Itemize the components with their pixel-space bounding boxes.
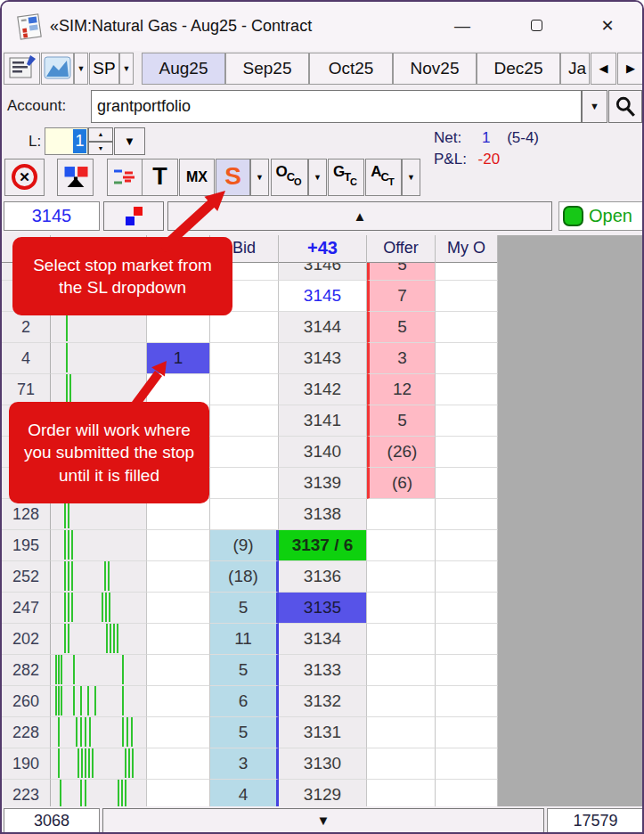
price-cell[interactable]: 3141 xyxy=(279,405,367,437)
maximize-button[interactable] xyxy=(521,12,551,39)
bid-cell[interactable] xyxy=(210,405,279,437)
tab-ja[interactable]: Ja xyxy=(560,53,590,85)
price-cell[interactable]: 3138 xyxy=(279,499,367,530)
bid-cell[interactable]: 5 xyxy=(210,655,279,686)
bid-cell[interactable]: 5 xyxy=(210,717,279,748)
price-cell[interactable]: 3130 xyxy=(279,748,367,780)
scroll-up-button[interactable]: ▲ xyxy=(167,201,552,231)
bid-cell[interactable]: (9) xyxy=(210,530,279,561)
price-cell[interactable]: 3134 xyxy=(279,624,367,655)
my-buy-order-cell[interactable] xyxy=(147,655,210,686)
scroll-down-button[interactable]: ▼ xyxy=(102,808,544,833)
minimize-button[interactable]: — xyxy=(447,12,477,39)
mx-button[interactable]: MX xyxy=(179,159,215,196)
price-cell[interactable]: 3143 xyxy=(279,343,367,374)
price-entry-box[interactable]: 3145 xyxy=(4,201,100,231)
price-cell[interactable]: 3146 xyxy=(279,263,367,281)
my-offer-order-cell[interactable] xyxy=(436,468,498,499)
my-buy-order-cell[interactable] xyxy=(147,780,210,806)
bid-cell[interactable] xyxy=(210,312,279,343)
tab-nov25[interactable]: Nov25 xyxy=(393,53,477,85)
price-cell[interactable]: 3135 xyxy=(279,593,367,624)
close-button[interactable]: ✕ xyxy=(592,12,623,39)
chart-button[interactable] xyxy=(41,53,74,85)
account-input[interactable] xyxy=(91,90,582,123)
my-offer-order-cell[interactable] xyxy=(436,312,498,343)
bid-cell[interactable] xyxy=(210,468,279,499)
my-buy-order-cell[interactable] xyxy=(147,561,210,593)
my-offer-order-cell[interactable] xyxy=(436,748,498,780)
price-cell[interactable]: 3144 xyxy=(279,312,367,343)
bid-cell[interactable]: 5 xyxy=(210,593,279,624)
bid-cell[interactable] xyxy=(210,374,279,405)
price-cell[interactable]: 3129 xyxy=(279,780,367,806)
my-buy-order-cell[interactable] xyxy=(147,374,210,405)
offer-cell[interactable]: 12 xyxy=(367,374,436,405)
price-cell[interactable]: 3132 xyxy=(279,686,367,717)
tab-aug25[interactable]: Aug25 xyxy=(142,53,225,85)
my-buy-order-cell[interactable] xyxy=(147,530,210,561)
my-offer-order-cell[interactable] xyxy=(436,655,498,686)
offer-cell[interactable] xyxy=(367,717,436,748)
properties-button[interactable] xyxy=(4,53,40,85)
account-search-button[interactable] xyxy=(608,90,642,123)
offer-cell[interactable]: 3 xyxy=(367,343,436,374)
bid-cell[interactable]: 3 xyxy=(210,748,279,780)
trailing-button[interactable]: T xyxy=(142,159,178,196)
price-cell[interactable]: 3136 xyxy=(279,561,367,593)
stop-type-button[interactable]: S xyxy=(216,159,250,196)
price-cell[interactable]: 3133 xyxy=(279,655,367,686)
bid-cell[interactable]: (18) xyxy=(210,561,279,593)
price-cell[interactable]: 3140 xyxy=(279,437,367,468)
price-cell[interactable]: 3131 xyxy=(279,717,367,748)
my-buy-order-cell[interactable] xyxy=(147,499,210,530)
my-offer-order-cell[interactable] xyxy=(436,561,498,593)
my-buy-order-cell[interactable] xyxy=(147,748,210,780)
bid-cell[interactable] xyxy=(210,437,279,468)
offer-cell[interactable] xyxy=(367,499,436,530)
my-buy-order-cell[interactable] xyxy=(147,312,210,343)
offer-cell[interactable] xyxy=(367,780,436,806)
offer-cell[interactable] xyxy=(367,530,436,561)
sp-dropdown[interactable]: ▼ xyxy=(119,53,134,85)
offer-cell[interactable]: 5 xyxy=(367,263,436,281)
bid-cell[interactable] xyxy=(210,343,279,374)
my-buy-order-cell[interactable] xyxy=(147,593,210,624)
stop-type-dropdown[interactable]: ▼ xyxy=(250,159,269,196)
offer-cell[interactable] xyxy=(367,624,436,655)
my-offer-order-cell[interactable] xyxy=(436,374,498,405)
bid-cell[interactable]: 11 xyxy=(210,624,279,655)
tabs-scroll-left-button[interactable]: ◀ xyxy=(591,53,616,85)
account-dropdown[interactable]: ▼ xyxy=(582,90,607,123)
my-offer-order-cell[interactable] xyxy=(436,281,498,312)
offer-cell[interactable] xyxy=(367,748,436,780)
offer-cell[interactable] xyxy=(367,655,436,686)
my-offer-order-cell[interactable] xyxy=(436,343,498,374)
my-offer-order-cell[interactable] xyxy=(436,499,498,530)
offer-cell[interactable]: (26) xyxy=(367,437,436,468)
act-button[interactable]: ACT xyxy=(365,159,402,196)
my-buy-order-cell[interactable]: 1 xyxy=(147,343,210,374)
offer-cell[interactable] xyxy=(367,593,436,624)
recentre-button[interactable] xyxy=(103,201,164,231)
my-offer-order-cell[interactable] xyxy=(436,686,498,717)
my-offer-order-cell[interactable] xyxy=(436,624,498,655)
oco-button[interactable]: OCO xyxy=(271,159,308,196)
oco-dropdown[interactable]: ▼ xyxy=(308,159,327,196)
my-offer-order-cell[interactable] xyxy=(436,593,498,624)
offer-cell[interactable]: 7 xyxy=(367,281,436,312)
price-cell[interactable]: 3137 / 6 xyxy=(279,530,367,561)
act-dropdown[interactable]: ▼ xyxy=(402,159,420,196)
cancel-all-button[interactable]: ✕ xyxy=(4,159,45,196)
price-cell[interactable]: 3145 xyxy=(279,281,367,312)
qty-decrement-button[interactable]: ▼ xyxy=(88,142,113,155)
tab-oct25[interactable]: Oct25 xyxy=(309,53,393,85)
price-cell[interactable]: 3139 xyxy=(279,468,367,499)
offer-cell[interactable]: 5 xyxy=(367,405,436,437)
tab-dec25[interactable]: Dec25 xyxy=(477,53,560,85)
flatten-button[interactable] xyxy=(57,159,94,196)
tabs-scroll-right-button[interactable]: ▶ xyxy=(617,53,644,85)
bid-cell[interactable]: 6 xyxy=(210,686,279,717)
gtc-button[interactable]: GTC xyxy=(328,159,364,196)
my-offer-order-cell[interactable] xyxy=(436,530,498,561)
